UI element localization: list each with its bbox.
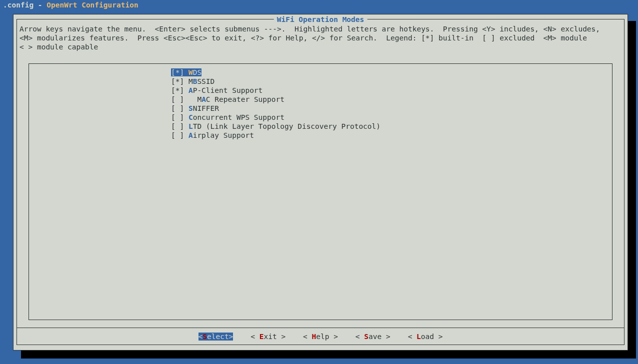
help-button[interactable]: < Help > bbox=[303, 333, 338, 341]
dialog-title: WiFi Operation Modes bbox=[274, 15, 368, 24]
select-button[interactable]: <Select> bbox=[198, 333, 234, 341]
menu-item-0[interactable]: [*] WDS bbox=[171, 68, 380, 77]
load-button[interactable]: < Load > bbox=[408, 333, 443, 341]
menu-item-2[interactable]: [*] AP-Client Support bbox=[171, 86, 380, 95]
title-prefix: .config - bbox=[3, 1, 46, 9]
menu-list[interactable]: [*] WDS[*] MBSSID[*] AP-Client Support[ … bbox=[171, 68, 380, 140]
terminal-background: WiFi Operation Modes Arrow keys navigate… bbox=[0, 10, 638, 364]
dialog-panel: WiFi Operation Modes Arrow keys navigate… bbox=[13, 14, 628, 351]
menu-item-4[interactable]: [ ] SNIFFER bbox=[171, 104, 380, 113]
menu-item-5[interactable]: [ ] Concurrent WPS Support bbox=[171, 113, 380, 122]
separator-line bbox=[16, 328, 624, 328]
window-title-bar: .config - OpenWrt Configuration bbox=[0, 0, 638, 10]
outer-frame-bottom bbox=[16, 345, 624, 345]
menu-item-6[interactable]: [ ] LTD (Link Layer Topology Discovery P… bbox=[171, 122, 380, 131]
save-button[interactable]: < Save > bbox=[356, 333, 390, 341]
menu-item-1[interactable]: [*] MBSSID bbox=[171, 77, 380, 86]
exit-button[interactable]: < Exit > bbox=[250, 333, 286, 341]
menu-frame: [*] WDS[*] MBSSID[*] AP-Client Support[ … bbox=[28, 63, 612, 320]
button-bar: <Select> < Exit > < Help > < Save > < Lo… bbox=[14, 332, 628, 341]
menu-item-3[interactable]: [ ] MAC Repeater Support bbox=[171, 95, 380, 104]
title-highlight: OpenWrt Configuration bbox=[46, 1, 138, 9]
menu-item-7[interactable]: [ ] Airplay Support bbox=[171, 131, 380, 140]
help-text: Arrow keys navigate the menu. <Enter> se… bbox=[20, 24, 622, 51]
